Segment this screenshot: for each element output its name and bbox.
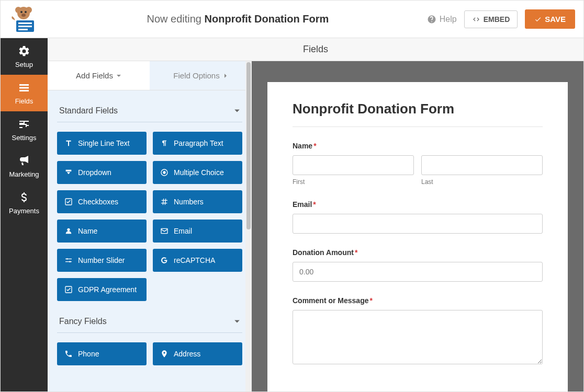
svg-rect-8 (18, 26, 32, 27)
section-fancy-fields: Fancy Fields Phone Address (57, 313, 242, 365)
scrollbar-thumb[interactable] (246, 62, 251, 229)
field-donation-block[interactable]: Donation Amount* (293, 248, 543, 282)
svg-point-5 (21, 14, 26, 17)
field-email-block[interactable]: Email* (293, 200, 543, 234)
google-icon (160, 256, 169, 264)
panel-scrollbar[interactable] (245, 61, 252, 391)
bullhorn-icon (18, 155, 30, 167)
email-input[interactable] (293, 214, 543, 234)
section-fancy-title: Fancy Fields (59, 317, 107, 326)
field-phone[interactable]: Phone (57, 342, 147, 365)
field-single-line-text[interactable]: Single Line Text (57, 132, 147, 155)
nav-settings-label: Settings (12, 134, 37, 142)
content-body: Add Fields Field Options Standard Fields (48, 61, 583, 391)
tab-add-label: Add Fields (76, 71, 113, 80)
sliders-icon (64, 256, 73, 264)
help-label: Help (440, 15, 457, 24)
svg-point-4 (25, 11, 27, 13)
save-label: SAVE (545, 15, 566, 24)
form-card: Nonprofit Donation Form Name* First Last (267, 82, 568, 391)
radio-icon (160, 168, 169, 177)
last-name-input[interactable] (421, 155, 543, 175)
chevron-down-icon (234, 318, 240, 325)
name-last-col: Last (421, 155, 543, 186)
chevron-down-icon (234, 108, 240, 114)
dollar-icon (18, 191, 30, 204)
field-numbers[interactable]: Numbers (153, 190, 242, 213)
section-standard-fields: Standard Fields Single Line Text Paragra… (57, 102, 242, 301)
form-preview: Nonprofit Donation Form Name* First Last (252, 61, 583, 391)
phone-icon (64, 350, 73, 358)
fields-header-label: Fields (303, 44, 328, 55)
nav-settings[interactable]: Settings (1, 111, 48, 148)
section-standard-head[interactable]: Standard Fields (57, 102, 242, 122)
required-asterisk: * (369, 296, 372, 305)
nav-marketing[interactable]: Marketing (1, 148, 48, 185)
nav-payments-label: Payments (9, 207, 39, 215)
svg-point-16 (69, 261, 71, 262)
nav-setup-label: Setup (15, 61, 33, 68)
chevron-right-icon (223, 73, 228, 78)
section-fancy-head[interactable]: Fancy Fields (57, 313, 242, 333)
field-address[interactable]: Address (153, 342, 242, 365)
nav-setup[interactable]: Setup (1, 38, 48, 75)
gear-icon (18, 45, 30, 57)
field-name-block[interactable]: Name* First Last (293, 142, 543, 186)
standard-field-grid: Single Line Text Paragraph Text Dropdown… (57, 132, 242, 301)
check-icon (534, 16, 542, 23)
field-gdpr-agreement[interactable]: GDPR Agreement (57, 278, 147, 301)
field-name[interactable]: Name (57, 220, 147, 243)
form-name: Nonprofit Donation Form (205, 13, 329, 25)
main: Setup Fields Settings Marketing Payments… (1, 38, 583, 391)
embed-button[interactable]: EMBED (464, 10, 518, 28)
svg-rect-9 (18, 29, 28, 30)
panel-scroll[interactable]: Standard Fields Single Line Text Paragra… (48, 90, 252, 391)
wpforms-logo (9, 5, 38, 34)
field-comment-block[interactable]: Comment or Message* (293, 296, 543, 366)
first-sublabel: First (293, 178, 414, 186)
donation-label: Donation Amount* (293, 248, 543, 257)
field-number-slider[interactable]: Number Slider (57, 249, 147, 272)
checkbox-icon (64, 198, 73, 206)
topbar-actions: Help EMBED SAVE (427, 9, 575, 29)
nav-marketing-label: Marketing (9, 170, 39, 178)
tab-field-options[interactable]: Field Options (150, 61, 252, 90)
pin-icon (160, 350, 169, 358)
sidebar-nav: Setup Fields Settings Marketing Payments (1, 38, 48, 391)
nav-payments[interactable]: Payments (1, 185, 48, 221)
field-checkboxes[interactable]: Checkboxes (57, 190, 147, 213)
email-label: Email* (293, 200, 543, 209)
svg-rect-7 (18, 22, 32, 24)
save-button[interactable]: SAVE (525, 9, 575, 29)
first-name-input[interactable] (293, 155, 414, 175)
donation-input[interactable] (293, 262, 543, 282)
svg-point-3 (20, 11, 23, 13)
svg-point-11 (163, 171, 165, 174)
required-asterisk: * (313, 200, 316, 209)
help-button[interactable]: Help (427, 15, 457, 24)
tab-add-fields[interactable]: Add Fields (48, 61, 150, 90)
fancy-field-grid: Phone Address (57, 342, 242, 365)
name-row: First Last (293, 155, 543, 186)
section-standard-title: Standard Fields (59, 106, 118, 116)
dropdown-icon (64, 168, 73, 177)
comment-textarea[interactable] (293, 310, 543, 364)
tab-options-label: Field Options (173, 71, 219, 80)
nav-fields[interactable]: Fields (1, 75, 48, 111)
comment-label: Comment or Message* (293, 296, 543, 305)
topbar: Now editing Nonprofit Donation Form Help… (1, 1, 583, 38)
panel-tabs: Add Fields Field Options (48, 61, 252, 90)
hash-icon (160, 198, 169, 206)
field-dropdown[interactable]: Dropdown (57, 161, 147, 184)
embed-label: EMBED (484, 15, 510, 24)
user-icon (64, 227, 73, 235)
nav-fields-label: Fields (15, 97, 33, 105)
content: Fields Add Fields Field Options (48, 38, 583, 391)
field-email[interactable]: Email (153, 220, 242, 243)
field-multiple-choice[interactable]: Multiple Choice (153, 161, 242, 184)
field-recaptcha[interactable]: reCAPTCHA (153, 249, 242, 272)
field-paragraph-text[interactable]: Paragraph Text (153, 132, 242, 155)
form-title: Nonprofit Donation Form (293, 101, 543, 127)
required-asterisk: * (313, 142, 316, 150)
list-icon (18, 82, 30, 94)
